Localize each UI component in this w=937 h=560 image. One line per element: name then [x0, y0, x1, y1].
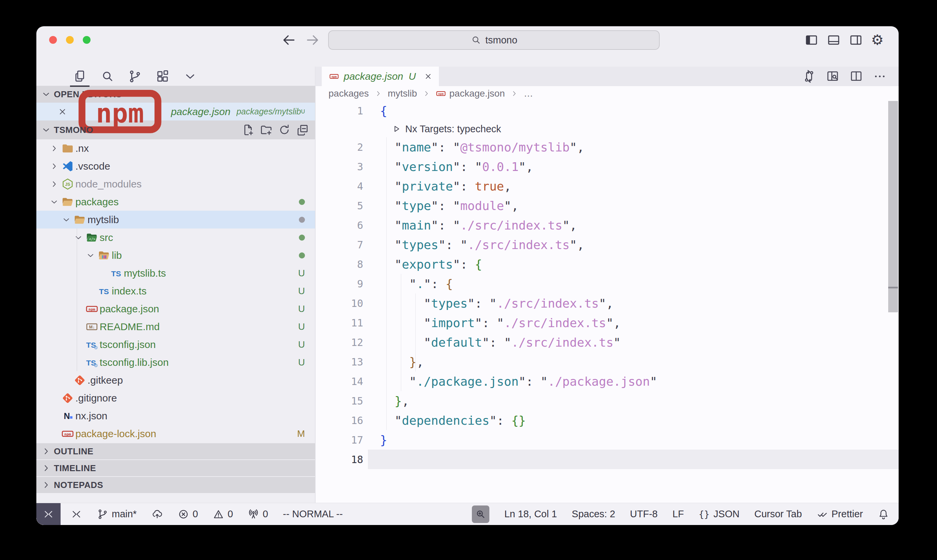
chevron-down-icon[interactable] — [73, 233, 84, 242]
code-line-1[interactable]: 1{ — [316, 101, 899, 120]
tree-item-package-lock-json[interactable]: npmpackage-lock.jsonM — [36, 425, 315, 443]
code-line-13[interactable]: 13 }, — [316, 352, 899, 372]
tree-item-src[interactable]: </>src — [36, 229, 315, 246]
open-preview-icon[interactable] — [826, 70, 839, 83]
tree-item-index-ts[interactable]: TSindex.tsU — [36, 282, 315, 300]
code-line-6[interactable]: 6 "main": "./src/index.ts", — [316, 215, 899, 235]
statusbar-left-git-branch[interactable]: main* — [97, 509, 137, 520]
chevron-right-icon[interactable] — [48, 162, 60, 171]
close-icon[interactable] — [58, 107, 67, 117]
statusbar-right-prettier-check[interactable]: Prettier — [817, 509, 863, 520]
tree-item-package-json[interactable]: npmpackage.jsonU — [36, 300, 315, 318]
chevron-down-icon[interactable] — [85, 251, 96, 260]
breadcrumb-item[interactable]: packages — [328, 88, 369, 99]
statusbar-right-cursor-tab[interactable]: Cursor Tab — [754, 509, 802, 520]
source-control-icon[interactable] — [128, 69, 142, 83]
statusbar-left-warning-triangle[interactable]: 0 — [213, 509, 233, 520]
zoom-magnifier-icon[interactable] — [472, 506, 489, 523]
code-line-5[interactable]: 5 "type": "module", — [316, 196, 899, 215]
layout-panel-bottom-icon[interactable] — [826, 33, 841, 47]
chevron-right-icon[interactable] — [48, 179, 60, 189]
editor-scrollbar[interactable] — [888, 101, 899, 503]
diff-compare-icon[interactable] — [802, 70, 816, 83]
tree-item-tsconfig-json[interactable]: TS⚙tsconfig.jsonU — [36, 335, 315, 353]
chevron-down-icon[interactable] — [61, 215, 72, 225]
tree-item--gitkeep[interactable]: .gitkeep — [36, 371, 315, 389]
breadcrumb-item[interactable]: … — [524, 88, 533, 99]
panel-header-notepads[interactable]: NOTEPADS — [36, 476, 315, 493]
code-line-14[interactable]: 14 "./package.json": "./package.json" — [316, 372, 899, 391]
statusbar-left--normal-[interactable]: -- NORMAL -- — [283, 509, 343, 520]
tree-item-packages[interactable]: packages — [36, 193, 315, 211]
search-icon[interactable] — [100, 69, 114, 83]
extensions-icon[interactable] — [155, 69, 170, 83]
code-line-7[interactable]: 7 "types": "./src/index.ts", — [316, 235, 899, 254]
code-editor[interactable]: 1{Nx Targets: typecheck2 "name": "@tsmon… — [316, 101, 899, 503]
close-icon[interactable] — [424, 71, 432, 82]
chevron-right-icon[interactable] — [48, 144, 60, 153]
run-play-icon[interactable] — [392, 124, 401, 134]
open-editor-item[interactable]: npmpackage.jsonpackages/mytslibU — [36, 103, 315, 120]
statusbar-right-utf-8[interactable]: UTF-8 — [630, 509, 658, 520]
command-search-input[interactable]: tsmono — [328, 30, 660, 50]
minimize-window-button[interactable] — [66, 36, 74, 44]
statusbar-left-remote-indicator[interactable] — [71, 509, 82, 520]
statusbar-right-bell[interactable] — [878, 509, 889, 520]
tree-item-readme-md[interactable]: M↓README.mdU — [36, 318, 315, 335]
tree-item--vscode[interactable]: .vscode — [36, 157, 315, 175]
code-line-16[interactable]: 16 "dependencies": {} — [316, 411, 899, 430]
layout-sidebar-left-icon[interactable] — [805, 33, 819, 47]
tree-item--nx[interactable]: .nx — [36, 139, 315, 157]
statusbar-left-cloud-upload[interactable] — [151, 509, 163, 520]
code-line-4[interactable]: 4 "private": true, — [316, 176, 899, 196]
code-line-3[interactable]: 3 "version": "0.0.1", — [316, 157, 899, 176]
panel-header-outline[interactable]: OUTLINE — [36, 443, 315, 459]
code-line-9[interactable]: 9 ".": { — [316, 274, 899, 294]
code-line-17[interactable]: 17} — [316, 430, 899, 449]
statusbar-right-ln-18-col-1[interactable]: Ln 18, Col 1 — [504, 509, 557, 520]
breadcrumb-item[interactable]: mytslib — [388, 88, 417, 99]
statusbar-right-lf[interactable]: LF — [672, 509, 684, 520]
codelens-nx-targets[interactable]: Nx Targets: typecheck — [316, 120, 899, 137]
explorer-files-icon[interactable] — [73, 69, 87, 83]
zoom-window-button[interactable] — [83, 36, 91, 44]
tree-item-node-modules[interactable]: JSnode_modules — [36, 175, 315, 193]
collapse-all-icon[interactable] — [296, 123, 309, 136]
code-line-8[interactable]: 8 "exports": { — [316, 254, 899, 274]
scrollbar-thumb[interactable] — [888, 101, 898, 312]
tree-item-tsconfig-lib-json[interactable]: TS⚙tsconfig.lib.jsonU — [36, 353, 315, 371]
code-line-11[interactable]: 11 "import": "./src/index.ts", — [316, 313, 899, 332]
refresh-icon[interactable] — [278, 123, 291, 136]
close-window-button[interactable] — [49, 36, 57, 44]
breadcrumb-item[interactable]: npmpackage.json — [436, 88, 505, 99]
more-ellipsis-icon[interactable] — [873, 70, 886, 83]
statusbar-right-zoom-magnifier[interactable] — [472, 506, 489, 523]
split-editor-icon[interactable] — [849, 70, 863, 83]
statusbar-label: JSON — [714, 509, 739, 520]
statusbar-right-spaces-2[interactable]: Spaces: 2 — [572, 509, 615, 520]
new-folder-icon[interactable] — [260, 123, 272, 136]
statusbar-right-json-braces[interactable]: {}JSON — [699, 509, 739, 520]
tree-item--gitignore[interactable]: .gitignore — [36, 389, 315, 407]
layout-sidebar-right-icon[interactable] — [849, 33, 863, 47]
chevron-down-icon[interactable] — [48, 197, 60, 207]
code-line-15[interactable]: 15 }, — [316, 391, 899, 411]
tree-item-nx-json[interactable]: Nnx.json — [36, 407, 315, 425]
code-line-2[interactable]: 2 "name": "@tsmono/mytslib", — [316, 137, 899, 157]
back-arrow-icon[interactable] — [281, 32, 297, 48]
code-line-12[interactable]: 12 "default": "./src/index.ts" — [316, 332, 899, 352]
code-line-18[interactable]: 18 — [316, 449, 899, 469]
chevron-down-icon[interactable] — [183, 69, 197, 83]
editor-tab[interactable]: npmpackage.jsonU — [322, 67, 439, 86]
new-file-icon[interactable] — [242, 123, 254, 136]
statusbar-left-error-circle[interactable]: 0 — [178, 509, 198, 520]
remote-indicator-button[interactable] — [36, 503, 61, 525]
code-line-10[interactable]: 10 "types": "./src/index.ts", — [316, 294, 899, 313]
panel-header-timeline[interactable]: TIMELINE — [36, 459, 315, 476]
settings-gear-icon[interactable]: ⚙ — [871, 33, 885, 47]
statusbar-left-broadcast-tower[interactable]: 0 — [248, 509, 268, 520]
tree-item-lib[interactable]: lib — [36, 246, 315, 264]
tree-item-mytslib-ts[interactable]: TSmytslib.tsU — [36, 264, 315, 282]
tree-item-mytslib[interactable]: mytslib — [36, 211, 315, 229]
forward-arrow-icon[interactable] — [305, 32, 320, 48]
